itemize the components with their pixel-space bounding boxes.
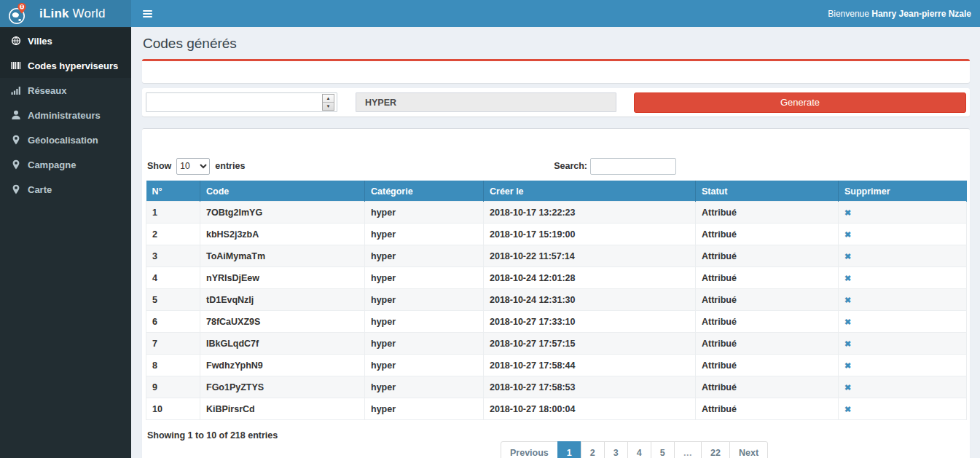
pagination-page-button[interactable]: 1: [557, 441, 581, 458]
sidebar-item-label: Géolocalisation: [28, 135, 98, 146]
table-row: 4nYRIsDjEewhyper2018-10-24 12:01:28Attri…: [146, 267, 967, 289]
sidebar-item-geolocalisation[interactable]: Géolocalisation: [0, 127, 131, 152]
delete-code-icon[interactable]: ✖: [844, 274, 851, 283]
delete-code-icon[interactable]: ✖: [844, 208, 851, 217]
table-row: 10KiBPirsrCdhyper2018-10-27 18:00:04Attr…: [146, 398, 967, 420]
barcode-icon: [11, 60, 21, 71]
delete-code-icon[interactable]: ✖: [844, 252, 851, 261]
codes-table: N° Code Catégorie Créer le Statut Suppri…: [146, 181, 967, 420]
cell-category: hyper: [365, 289, 484, 311]
number-spinner[interactable]: ▲ ▼: [322, 94, 334, 111]
column-header-num[interactable]: N°: [146, 181, 200, 202]
cell-num: 3: [146, 245, 200, 267]
cell-code: 7OBtg2ImYG: [200, 202, 365, 224]
table-row: 678fCaUXZ9Shyper2018-10-27 17:33:10Attri…: [146, 311, 967, 333]
cell-code: KiBPirsrCd: [200, 398, 365, 420]
sidebar-item-carte[interactable]: Carte: [0, 177, 131, 202]
cell-category: hyper: [365, 355, 484, 376]
navbar-main: Bienvenue Hanry Jean-pierre Nzale: [131, 0, 980, 27]
column-header-code[interactable]: Code: [200, 181, 365, 202]
cell-delete: ✖: [839, 333, 967, 355]
pagination-page-button[interactable]: 3: [604, 441, 628, 458]
table-row: 17OBtg2ImYGhyper2018-10-17 13:22:23Attri…: [146, 202, 967, 224]
cell-status: Attribué: [696, 202, 839, 224]
pagination-page-button[interactable]: 2: [581, 441, 605, 458]
cell-num: 9: [146, 376, 200, 398]
cell-status: Attribué: [696, 333, 839, 355]
map-marker-icon: [11, 135, 21, 145]
cell-status: Attribué: [696, 398, 839, 420]
search-input[interactable]: [590, 158, 676, 175]
sidebar-toggle-button[interactable]: [131, 0, 163, 27]
brand-logo-area[interactable]: $ iLink World: [0, 0, 131, 27]
column-header-supprimer[interactable]: Supprimer: [839, 181, 967, 202]
quantity-input[interactable]: [146, 92, 337, 112]
sidebar-item-villes[interactable]: Villes: [0, 28, 131, 53]
page-length-select[interactable]: 10: [176, 158, 210, 175]
spinner-up-icon[interactable]: ▲: [323, 95, 334, 102]
delete-code-icon[interactable]: ✖: [844, 383, 851, 392]
pagination-next-button[interactable]: Next: [729, 441, 768, 458]
pagination-page-button[interactable]: 4: [627, 441, 651, 458]
cell-num: 8: [146, 355, 200, 376]
cell-num: 5: [146, 289, 200, 311]
pagination-ellipsis: …: [674, 441, 702, 458]
quantity-field-wrap: ▲ ▼: [146, 92, 337, 112]
cell-code: 78fCaUXZ9S: [200, 311, 365, 333]
column-header-categorie[interactable]: Catégorie: [365, 181, 484, 202]
delete-code-icon[interactable]: ✖: [844, 339, 851, 348]
cell-status: Attribué: [696, 289, 839, 311]
brand-title: iLink World: [39, 7, 106, 21]
pagination-previous-button[interactable]: Previous: [501, 441, 558, 458]
cell-created: 2018-10-24 12:01:28: [484, 267, 696, 289]
column-header-statut[interactable]: Statut: [696, 181, 839, 202]
cell-delete: ✖: [839, 202, 967, 224]
map-marker-icon: [11, 159, 21, 170]
cell-code: FGo1PyZTYS: [200, 376, 365, 398]
cell-delete: ✖: [839, 245, 967, 267]
sidebar-item-reseaux[interactable]: Réseaux: [0, 78, 131, 103]
cell-created: 2018-10-24 12:31:30: [484, 289, 696, 311]
spinner-down-icon[interactable]: ▼: [323, 102, 334, 110]
cell-code: kbHS2j3zbA: [200, 224, 365, 245]
cell-created: 2018-10-17 13:22:23: [484, 202, 696, 224]
show-label: Show: [147, 161, 171, 171]
table-row: 3ToAiMymaTmhyper2018-10-22 11:57:14Attri…: [146, 245, 967, 267]
cell-delete: ✖: [839, 398, 967, 420]
welcome-user-text[interactable]: Bienvenue Hanry Jean-pierre Nzale: [828, 9, 980, 19]
sidebar-item-campagne[interactable]: Campagne: [0, 152, 131, 177]
column-header-creer-le[interactable]: Créer le: [484, 181, 696, 202]
generate-button[interactable]: Generate: [634, 92, 966, 113]
sidebar-item-administrateurs[interactable]: Administrateurs: [0, 103, 131, 127]
cell-code: IBkGLqdC7f: [200, 333, 365, 355]
generate-form-panel: ▲ ▼ Generate: [142, 88, 970, 117]
delete-code-icon[interactable]: ✖: [844, 405, 851, 414]
cell-code: tD1EvqNzIj: [200, 289, 365, 311]
cell-created: 2018-10-22 11:57:14: [484, 245, 696, 267]
delete-code-icon[interactable]: ✖: [844, 230, 851, 239]
pagination-page-button[interactable]: 5: [651, 441, 675, 458]
delete-code-icon[interactable]: ✖: [844, 361, 851, 370]
pagination-page-button[interactable]: 22: [701, 441, 730, 458]
sidebar-item-label: Campagne: [28, 159, 76, 170]
table-header-row: N° Code Catégorie Créer le Statut Suppri…: [146, 181, 967, 202]
search-label: Search:: [554, 161, 587, 171]
user-name: Hanry Jean-pierre Nzale: [871, 9, 971, 19]
sidebar-item-label: Codes hyperviseurs: [28, 60, 118, 71]
cell-category: hyper: [365, 202, 484, 224]
main-content: Codes générés ▲ ▼ Generate Show 10 entri…: [131, 27, 980, 458]
cell-status: Attribué: [696, 355, 839, 376]
sidebar-item-label: Carte: [28, 184, 52, 195]
delete-code-icon[interactable]: ✖: [844, 296, 851, 304]
cell-status: Attribué: [696, 224, 839, 245]
table-row: 2kbHS2j3zbAhyper2018-10-17 15:19:00Attri…: [146, 224, 967, 245]
cell-category: hyper: [365, 333, 484, 355]
sidebar-item-codes-hyperviseurs[interactable]: Codes hyperviseurs: [0, 53, 131, 78]
cell-num: 7: [146, 333, 200, 355]
delete-code-icon[interactable]: ✖: [844, 317, 851, 326]
ilink-world-logo-icon: $: [7, 2, 29, 25]
cell-category: hyper: [365, 398, 484, 420]
sidebar-item-label: Villes: [28, 36, 52, 47]
cell-delete: ✖: [839, 355, 967, 376]
cell-category: hyper: [365, 376, 484, 398]
